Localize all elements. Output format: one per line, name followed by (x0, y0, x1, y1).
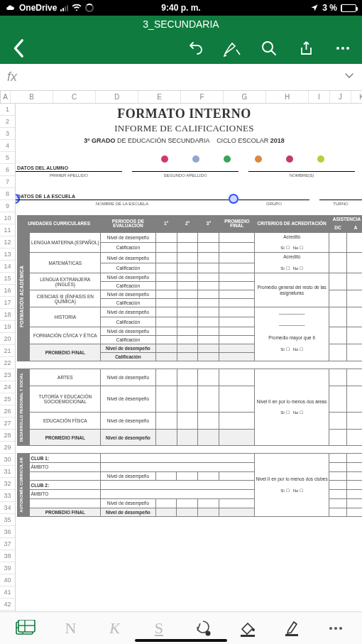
field-nombres: NOMBRE(S) (248, 173, 355, 178)
svg-point-11 (252, 628, 255, 631)
row-16[interactable]: 16 (0, 285, 15, 297)
row-11[interactable]: 11 (0, 224, 15, 236)
th-periodos: PERIODOS DE EVALUACIÓN (101, 216, 155, 233)
col-I[interactable]: I (309, 91, 330, 103)
search-button[interactable] (260, 39, 278, 58)
color-dot (161, 155, 168, 163)
selection-handle-right[interactable] (229, 194, 238, 204)
met-nd: Nivel de desempeño (101, 232, 155, 242)
row-5[interactable]: 5 (0, 152, 15, 164)
row-19[interactable]: 19 (0, 321, 15, 333)
row-4[interactable]: 4 (0, 140, 15, 152)
side-desarrollo: DESARROLLO PERSONAL Y SOCIAL (18, 371, 24, 444)
row-42[interactable]: 42 (0, 599, 15, 611)
col-C[interactable]: C (53, 91, 96, 103)
th-p3: 3° (198, 216, 219, 233)
bottom-more-button[interactable] (320, 618, 351, 639)
col-E[interactable]: E (138, 91, 181, 103)
row-25[interactable]: 25 (0, 393, 15, 405)
row-28[interactable]: 28 (0, 430, 15, 442)
field-grupo: GRUPO (238, 202, 309, 206)
col-A[interactable]: A (1, 91, 11, 103)
col-F[interactable]: F (181, 91, 224, 103)
undo-button[interactable] (186, 39, 204, 58)
crit-prom6: Promedio mayor que 6 (268, 335, 315, 340)
col-J[interactable]: J (330, 91, 351, 103)
col-K[interactable]: K (351, 91, 362, 103)
row-22[interactable]: 22 (0, 357, 15, 369)
formula-bar[interactable]: fx (0, 64, 362, 91)
row-27[interactable]: 27 (0, 417, 15, 430)
svg-point-3 (346, 47, 349, 50)
cards-view-button[interactable] (11, 618, 42, 639)
row-33[interactable]: 33 (0, 490, 15, 502)
row-13[interactable]: 13 (0, 249, 15, 261)
row-32[interactable]: 32 (0, 478, 15, 490)
row-31[interactable]: 31 (0, 466, 15, 478)
row-35[interactable]: 35 (0, 514, 15, 526)
title-main: FORMATO INTERNO (16, 107, 353, 121)
color-dot (255, 155, 262, 163)
row-30[interactable]: 30 (0, 454, 15, 466)
row-18[interactable]: 18 (0, 309, 15, 321)
row-34[interactable]: 34 (0, 502, 15, 514)
row-1[interactable]: 1 (0, 104, 15, 116)
row-2[interactable]: 2 (0, 116, 15, 128)
normal-text-button[interactable]: N (55, 618, 86, 639)
row-9[interactable]: 9 (0, 200, 15, 212)
row-headers[interactable]: 1234567891011121314151617181920212223242… (0, 104, 16, 613)
home-indicator[interactable] (135, 639, 227, 642)
row-8[interactable]: 8 (0, 188, 15, 200)
row-23[interactable]: 23 (0, 369, 15, 381)
expand-formula-icon[interactable] (344, 70, 355, 84)
underline-button[interactable]: S (143, 618, 174, 639)
col-G[interactable]: G (224, 91, 266, 103)
th-dc: DC (329, 224, 347, 232)
row-29[interactable]: 29 (0, 442, 15, 454)
svg-point-1 (336, 47, 339, 50)
fill-button[interactable] (232, 618, 263, 639)
row-17[interactable]: 17 (0, 297, 15, 309)
row-14[interactable]: 14 (0, 261, 15, 273)
row-39[interactable]: 39 (0, 562, 15, 574)
spreadsheet[interactable]: A B C D E F G H I J K 123456789101112131… (0, 91, 362, 613)
italic-button[interactable]: K (99, 618, 130, 639)
th-criterios: CRITERIOS DE ACREDITACIÓN (255, 216, 329, 233)
row-3[interactable]: 3 (0, 128, 15, 140)
column-headers[interactable]: A B C D E F G H I J K (0, 91, 362, 104)
row-20[interactable]: 20 (0, 333, 15, 345)
row-24[interactable]: 24 (0, 381, 15, 393)
subj-tyse: TUTORÍA Y EDUCACIÓN SOCIOEMOCIONAL (30, 386, 101, 412)
draw-button[interactable] (223, 39, 241, 58)
row-26[interactable]: 26 (0, 405, 15, 417)
row-15[interactable]: 15 (0, 273, 15, 285)
ink-button[interactable] (188, 618, 219, 639)
carrier-label: OneDrive (19, 3, 57, 13)
club2-ambito: ÁMBITO (30, 490, 101, 499)
row-37[interactable]: 37 (0, 538, 15, 550)
row-10[interactable]: 10 (0, 212, 15, 224)
crit-acre: Acreditó (283, 234, 300, 239)
col-H[interactable]: H (266, 91, 309, 103)
more-button[interactable] (334, 39, 352, 58)
row-6[interactable]: 6 (0, 164, 15, 176)
col-D[interactable]: D (96, 91, 138, 103)
row-38[interactable]: 38 (0, 550, 15, 562)
row-36[interactable]: 36 (0, 526, 15, 538)
col-B[interactable]: B (11, 91, 53, 103)
row-12[interactable]: 12 (0, 236, 15, 249)
side-autonomia: AUTONOMÍA CURRICULAR (18, 455, 24, 515)
clock: 9:40 p. m. (161, 3, 200, 13)
share-button[interactable] (297, 39, 315, 58)
svg-rect-12 (285, 634, 298, 636)
sheet-canvas[interactable]: FORMATO INTERNO INFORME DE CALIFICACIONE… (16, 104, 362, 613)
subj-artes: ARTES (30, 369, 101, 386)
back-button[interactable] (10, 39, 28, 58)
row-40[interactable]: 40 (0, 574, 15, 586)
row-41[interactable]: 41 (0, 586, 15, 599)
th-promfinal: PROMEDIO FINAL (219, 216, 255, 233)
subj-hist: HISTORIA (30, 307, 101, 327)
row-7[interactable]: 7 (0, 176, 15, 188)
row-21[interactable]: 21 (0, 345, 15, 357)
highlight-button[interactable] (276, 618, 307, 639)
